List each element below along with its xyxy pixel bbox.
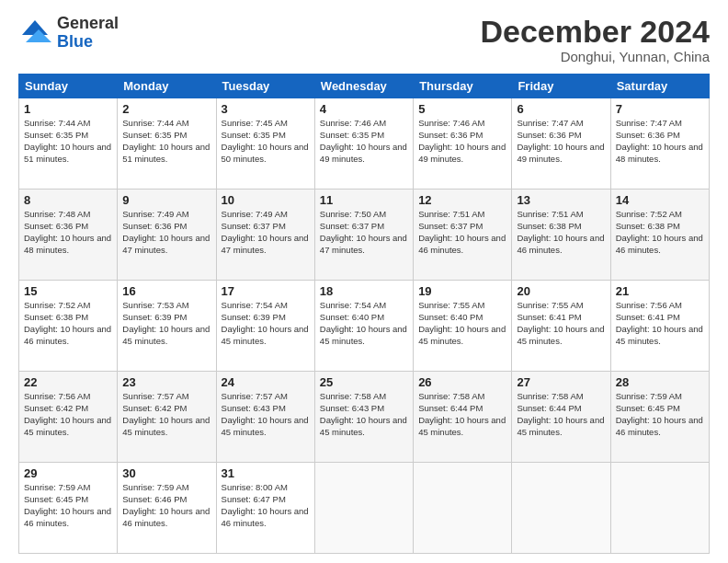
calendar-cell: 26 Sunrise: 7:58 AM Sunset: 6:44 PM Dayl… (414, 372, 512, 463)
day-number: 15 (24, 284, 112, 298)
calendar-week-row: 1 Sunrise: 7:44 AM Sunset: 6:35 PM Dayli… (19, 98, 710, 190)
calendar-cell: 31 Sunrise: 8:00 AM Sunset: 6:47 PM Dayl… (216, 463, 314, 554)
logo-icon (18, 17, 51, 50)
day-info: Sunrise: 7:55 AM Sunset: 6:40 PM Dayligh… (418, 300, 506, 347)
calendar-cell: 8 Sunrise: 7:48 AM Sunset: 6:36 PM Dayli… (19, 190, 118, 281)
day-info: Sunrise: 7:51 AM Sunset: 6:37 PM Dayligh… (418, 209, 506, 256)
calendar-header-tuesday: Tuesday (216, 75, 314, 98)
calendar-header-sunday: Sunday (19, 75, 118, 98)
day-number: 3 (222, 102, 310, 116)
day-info: Sunrise: 7:56 AM Sunset: 6:41 PM Dayligh… (616, 300, 704, 347)
page: General Blue December 2024 Donghui, Yunn… (0, 0, 728, 563)
calendar-week-row: 8 Sunrise: 7:48 AM Sunset: 6:36 PM Dayli… (19, 190, 710, 281)
day-info: Sunrise: 7:47 AM Sunset: 6:36 PM Dayligh… (517, 118, 605, 165)
logo-blue: Blue (57, 33, 119, 52)
calendar-header-monday: Monday (118, 75, 216, 98)
calendar-cell: 24 Sunrise: 7:57 AM Sunset: 6:43 PM Dayl… (216, 372, 314, 463)
day-number: 29 (24, 466, 112, 480)
day-info: Sunrise: 7:58 AM Sunset: 6:44 PM Dayligh… (418, 391, 506, 438)
calendar-cell: 9 Sunrise: 7:49 AM Sunset: 6:36 PM Dayli… (118, 190, 216, 281)
day-number: 18 (320, 284, 408, 298)
day-info: Sunrise: 7:44 AM Sunset: 6:35 PM Dayligh… (122, 118, 210, 165)
calendar-cell (314, 463, 413, 554)
calendar-cell: 17 Sunrise: 7:54 AM Sunset: 6:39 PM Dayl… (216, 281, 314, 372)
day-info: Sunrise: 7:59 AM Sunset: 6:45 PM Dayligh… (616, 391, 704, 438)
day-info: Sunrise: 7:54 AM Sunset: 6:40 PM Dayligh… (320, 300, 408, 347)
calendar-cell (610, 463, 709, 554)
day-info: Sunrise: 7:54 AM Sunset: 6:39 PM Dayligh… (222, 300, 310, 347)
day-info: Sunrise: 7:51 AM Sunset: 6:38 PM Dayligh… (517, 209, 605, 256)
calendar-cell: 10 Sunrise: 7:49 AM Sunset: 6:37 PM Dayl… (216, 190, 314, 281)
day-info: Sunrise: 7:45 AM Sunset: 6:35 PM Dayligh… (222, 118, 310, 165)
day-number: 5 (418, 102, 506, 116)
logo-general: General (57, 15, 119, 33)
calendar-cell: 1 Sunrise: 7:44 AM Sunset: 6:35 PM Dayli… (19, 98, 118, 190)
calendar-cell: 14 Sunrise: 7:52 AM Sunset: 6:38 PM Dayl… (610, 190, 709, 281)
calendar-cell: 19 Sunrise: 7:55 AM Sunset: 6:40 PM Dayl… (414, 281, 512, 372)
day-info: Sunrise: 7:52 AM Sunset: 6:38 PM Dayligh… (616, 209, 704, 256)
calendar-week-row: 29 Sunrise: 7:59 AM Sunset: 6:45 PM Dayl… (19, 463, 710, 554)
header: General Blue December 2024 Donghui, Yunn… (18, 15, 710, 64)
day-info: Sunrise: 7:44 AM Sunset: 6:35 PM Dayligh… (24, 118, 112, 165)
calendar-cell (512, 463, 610, 554)
day-info: Sunrise: 7:57 AM Sunset: 6:42 PM Dayligh… (122, 391, 210, 438)
calendar-cell: 30 Sunrise: 7:59 AM Sunset: 6:46 PM Dayl… (118, 463, 216, 554)
calendar-cell: 21 Sunrise: 7:56 AM Sunset: 6:41 PM Dayl… (610, 281, 709, 372)
calendar-cell: 7 Sunrise: 7:47 AM Sunset: 6:36 PM Dayli… (610, 98, 709, 190)
day-info: Sunrise: 7:59 AM Sunset: 6:46 PM Dayligh… (122, 482, 210, 529)
day-number: 19 (418, 284, 506, 298)
calendar-cell: 28 Sunrise: 7:59 AM Sunset: 6:45 PM Dayl… (610, 372, 709, 463)
calendar-cell: 25 Sunrise: 7:58 AM Sunset: 6:43 PM Dayl… (314, 372, 413, 463)
calendar-cell: 3 Sunrise: 7:45 AM Sunset: 6:35 PM Dayli… (216, 98, 314, 190)
day-info: Sunrise: 7:57 AM Sunset: 6:43 PM Dayligh… (222, 391, 310, 438)
day-info: Sunrise: 7:49 AM Sunset: 6:37 PM Dayligh… (222, 209, 310, 256)
day-number: 2 (122, 102, 210, 116)
calendar-week-row: 22 Sunrise: 7:56 AM Sunset: 6:42 PM Dayl… (19, 372, 710, 463)
day-number: 1 (24, 102, 112, 116)
day-number: 24 (222, 375, 310, 389)
calendar-cell: 11 Sunrise: 7:50 AM Sunset: 6:37 PM Dayl… (314, 190, 413, 281)
day-number: 26 (418, 375, 506, 389)
calendar-cell: 18 Sunrise: 7:54 AM Sunset: 6:40 PM Dayl… (314, 281, 413, 372)
calendar-cell: 29 Sunrise: 7:59 AM Sunset: 6:45 PM Dayl… (19, 463, 118, 554)
calendar-header-friday: Friday (512, 75, 610, 98)
day-number: 9 (122, 193, 210, 207)
day-number: 23 (122, 375, 210, 389)
day-number: 7 (616, 102, 704, 116)
day-info: Sunrise: 7:46 AM Sunset: 6:36 PM Dayligh… (418, 118, 506, 165)
day-number: 27 (517, 375, 605, 389)
calendar-header-thursday: Thursday (414, 75, 512, 98)
day-number: 10 (222, 193, 310, 207)
day-info: Sunrise: 7:58 AM Sunset: 6:44 PM Dayligh… (517, 391, 605, 438)
calendar-header-saturday: Saturday (610, 75, 709, 98)
day-info: Sunrise: 7:49 AM Sunset: 6:36 PM Dayligh… (122, 209, 210, 256)
day-info: Sunrise: 7:55 AM Sunset: 6:41 PM Dayligh… (517, 300, 605, 347)
calendar-cell: 22 Sunrise: 7:56 AM Sunset: 6:42 PM Dayl… (19, 372, 118, 463)
calendar-cell: 16 Sunrise: 7:53 AM Sunset: 6:39 PM Dayl… (118, 281, 216, 372)
calendar-header-wednesday: Wednesday (314, 75, 413, 98)
day-number: 25 (320, 375, 408, 389)
day-info: Sunrise: 7:47 AM Sunset: 6:36 PM Dayligh… (616, 118, 704, 165)
calendar-table: SundayMondayTuesdayWednesdayThursdayFrid… (18, 74, 710, 554)
logo-text: General Blue (57, 15, 119, 52)
svg-marker-0 (22, 20, 48, 35)
day-info: Sunrise: 7:52 AM Sunset: 6:38 PM Dayligh… (24, 300, 112, 347)
calendar-cell: 12 Sunrise: 7:51 AM Sunset: 6:37 PM Dayl… (414, 190, 512, 281)
day-number: 14 (616, 193, 704, 207)
logo: General Blue (18, 15, 119, 52)
title-area: December 2024 Donghui, Yunnan, China (480, 15, 710, 64)
day-number: 17 (222, 284, 310, 298)
day-number: 30 (122, 466, 210, 480)
calendar-cell: 13 Sunrise: 7:51 AM Sunset: 6:38 PM Dayl… (512, 190, 610, 281)
day-number: 21 (616, 284, 704, 298)
calendar-cell: 15 Sunrise: 7:52 AM Sunset: 6:38 PM Dayl… (19, 281, 118, 372)
day-number: 11 (320, 193, 408, 207)
calendar-cell: 6 Sunrise: 7:47 AM Sunset: 6:36 PM Dayli… (512, 98, 610, 190)
calendar-week-row: 15 Sunrise: 7:52 AM Sunset: 6:38 PM Dayl… (19, 281, 710, 372)
day-number: 4 (320, 102, 408, 116)
month-title: December 2024 (480, 15, 710, 49)
day-number: 22 (24, 375, 112, 389)
day-info: Sunrise: 7:48 AM Sunset: 6:36 PM Dayligh… (24, 209, 112, 256)
day-number: 6 (517, 102, 605, 116)
location-subtitle: Donghui, Yunnan, China (480, 49, 710, 64)
